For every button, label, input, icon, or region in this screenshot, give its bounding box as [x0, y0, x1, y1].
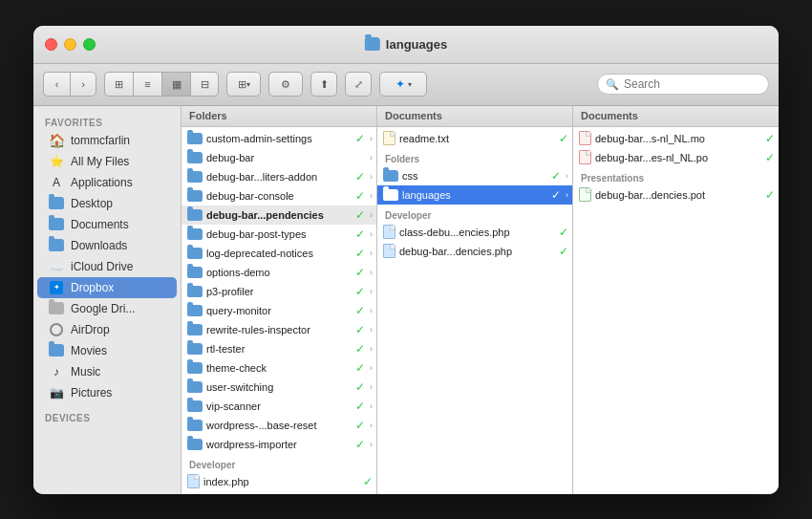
- list-item-selected[interactable]: languages ✓ ›: [377, 185, 572, 205]
- all-files-icon: ⭐: [49, 154, 64, 169]
- list-item[interactable]: debug-bar...liters-addon ✓ ›: [182, 167, 376, 186]
- list-item[interactable]: debug-bar ›: [182, 148, 376, 167]
- cover-view-button[interactable]: ⊟: [190, 72, 219, 97]
- list-item[interactable]: options-demo ✓ ›: [182, 263, 376, 282]
- sidebar-item-desktop[interactable]: Desktop: [37, 193, 177, 214]
- list-item[interactable]: css ✓ ›: [377, 166, 572, 185]
- documents-icon: [49, 217, 64, 232]
- sidebar-item-dropbox[interactable]: Dropbox: [37, 277, 177, 298]
- fullscreen-button[interactable]: ⤢: [345, 72, 372, 97]
- search-input[interactable]: [624, 77, 760, 91]
- list-item[interactable]: readme.txt ✓: [377, 129, 572, 148]
- chevron-right-icon: ›: [370, 421, 373, 430]
- check-icon: ✓: [355, 170, 365, 184]
- googledrive-icon: [49, 301, 64, 316]
- back-icon: ‹: [55, 78, 59, 90]
- icon-view-button[interactable]: ⊞: [104, 72, 133, 97]
- mo-file-icon: [579, 131, 591, 145]
- column-view-button[interactable]: ▦: [161, 72, 190, 97]
- list-item[interactable]: log-deprecated-notices ✓ ›: [182, 244, 376, 263]
- list-item[interactable]: debug-bar-console ✓ ›: [182, 186, 376, 205]
- sidebar-item-documents[interactable]: Documents: [37, 214, 177, 235]
- home-icon: 🏠: [49, 133, 64, 148]
- list-item[interactable]: debug-bar-post-types ✓ ›: [182, 225, 376, 244]
- chevron-right-icon: ›: [370, 382, 373, 392]
- check-icon: ✓: [355, 189, 365, 203]
- item-name: debug-bar-console: [206, 190, 350, 202]
- sidebar-item-applications[interactable]: A Applications: [37, 172, 177, 193]
- view-buttons: ⊞ ≡ ▦ ⊟: [104, 72, 219, 97]
- sidebar-item-home[interactable]: 🏠 tommcfarlin: [37, 130, 177, 151]
- list-item[interactable]: user-switching ✓ ›: [182, 378, 376, 397]
- columns-area: Folders custom-admin-settings ✓ › debug-…: [182, 106, 779, 494]
- list-item[interactable]: query-monitor ✓ ›: [182, 301, 376, 320]
- check-icon: ✓: [355, 132, 365, 145]
- list-item[interactable]: debug-bar...dencies.php ✓: [377, 242, 572, 261]
- folder-icon: [187, 248, 203, 259]
- arrange-button[interactable]: ⊞ ▾: [226, 72, 261, 97]
- list-item[interactable]: debug-bar...es-nl_NL.po ✓: [573, 148, 779, 167]
- sidebar-item-downloads[interactable]: Downloads: [37, 235, 177, 256]
- forward-button[interactable]: ›: [70, 72, 96, 97]
- item-name: css: [402, 170, 545, 182]
- section-label: Presentations: [573, 167, 779, 185]
- search-box[interactable]: 🔍: [597, 74, 769, 95]
- back-button[interactable]: ‹: [43, 72, 70, 97]
- sidebar-item-icloud[interactable]: ☁️ iCloud Drive: [37, 256, 177, 277]
- list-item[interactable]: p3-profiler ✓ ›: [182, 282, 376, 301]
- music-icon: ♪: [49, 364, 64, 379]
- column-3: Documents debug-bar...s-nl_NL.mo ✓ debug…: [573, 106, 779, 494]
- column-1: Folders custom-admin-settings ✓ › debug-…: [182, 106, 377, 494]
- list-item[interactable]: debug-bar...pendencies ✓ ›: [182, 205, 376, 225]
- list-item[interactable]: wordpress-importer ✓ ›: [182, 435, 376, 454]
- check-icon: ✓: [559, 226, 568, 239]
- php-file-icon: [383, 225, 395, 239]
- list-item[interactable]: vip-scanner ✓ ›: [182, 397, 376, 416]
- favorites-label: Favorites: [33, 114, 181, 130]
- check-icon: ✓: [355, 342, 365, 356]
- list-item[interactable]: rtl-tester ✓ ›: [182, 339, 376, 358]
- maximize-button[interactable]: [83, 38, 96, 51]
- folder-icon: [187, 324, 203, 335]
- minimize-button[interactable]: [64, 38, 76, 51]
- close-button[interactable]: [45, 38, 57, 51]
- check-icon: ✓: [355, 323, 365, 336]
- php-file-icon: [187, 474, 200, 488]
- item-name: theme-check: [206, 362, 350, 374]
- sidebar-item-all-files[interactable]: ⭐ All My Files: [37, 151, 177, 172]
- list-item[interactable]: debug-bar...s-nl_NL.mo ✓: [573, 129, 779, 148]
- list-item[interactable]: index.php ✓: [182, 472, 376, 491]
- list-item[interactable]: class-debu...encies.php ✓: [377, 223, 572, 242]
- list-item[interactable]: theme-check ✓ ›: [182, 358, 376, 378]
- section-label: Developer: [182, 454, 376, 472]
- list-item[interactable]: wordpress-...base-reset ✓ ›: [182, 416, 376, 435]
- list-item[interactable]: debug-bar...dencies.pot ✓: [573, 185, 779, 205]
- check-icon: ✓: [355, 361, 365, 375]
- sidebar-item-pictures[interactable]: 📷 Pictures: [37, 382, 177, 403]
- dropbox-button[interactable]: ✦ ▾: [379, 72, 427, 97]
- check-icon: ✓: [765, 188, 775, 202]
- share-button[interactable]: ⬆: [310, 72, 337, 97]
- folder-icon: [187, 286, 203, 297]
- folder-icon: [187, 362, 203, 374]
- php-file-icon: [383, 244, 395, 258]
- check-icon: ✓: [355, 266, 365, 279]
- item-name: debug-bar...es-nl_NL.po: [595, 152, 759, 163]
- sidebar-item-airdrop[interactable]: AirDrop: [37, 319, 177, 340]
- gear-button[interactable]: ⚙: [268, 72, 303, 97]
- dropbox-chevron: ▾: [408, 80, 412, 89]
- chevron-right-icon: ›: [566, 190, 568, 200]
- folder-icon: [187, 381, 203, 393]
- list-item[interactable]: rewrite-rules-inspector ✓ ›: [182, 320, 376, 339]
- chevron-right-icon: ›: [370, 210, 373, 220]
- chevron-right-icon: ›: [370, 249, 373, 258]
- share-icon: ⬆: [320, 78, 329, 91]
- forward-icon: ›: [81, 78, 85, 90]
- list-item[interactable]: custom-admin-settings ✓ ›: [182, 129, 376, 148]
- sidebar-item-music[interactable]: ♪ Music: [37, 361, 177, 382]
- check-icon: ✓: [551, 169, 561, 183]
- list-view-button[interactable]: ≡: [133, 72, 161, 97]
- sidebar-item-googledrive[interactable]: Google Dri...: [37, 298, 177, 319]
- sidebar-item-movies[interactable]: Movies: [37, 340, 177, 361]
- item-name: class-debu...encies.php: [399, 227, 553, 238]
